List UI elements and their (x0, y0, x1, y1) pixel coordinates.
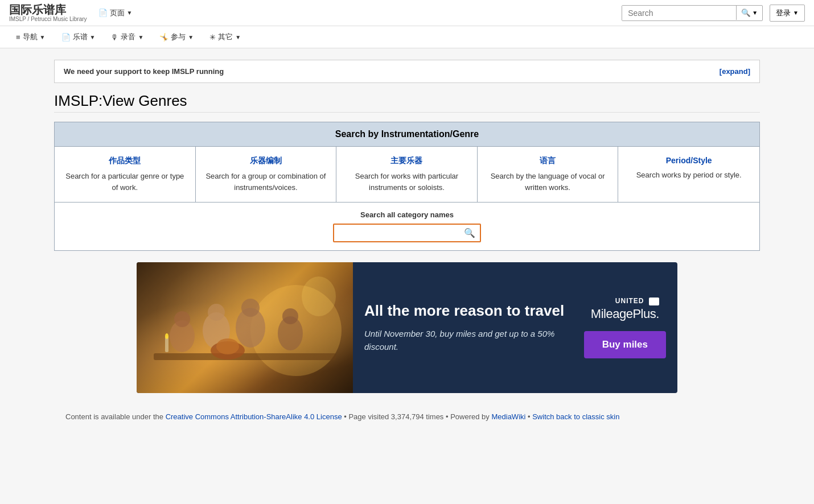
buy-miles-button[interactable]: Buy miles (584, 331, 666, 358)
category-search-input-wrap: 🔍 (333, 224, 481, 242)
nav-participate-label: 参与 (171, 32, 186, 42)
nav-item-participate[interactable]: 🤸 参与 ▼ (153, 26, 200, 48)
main-content: We need your support to keep IMSLP runni… (43, 60, 771, 435)
genre-col-title-1[interactable]: 乐器编制 (204, 156, 328, 166)
united-logo-icon (649, 298, 659, 305)
genre-table: Search by Instrumentation/Genre 作品类型 Sea… (54, 122, 760, 251)
svg-point-3 (174, 311, 190, 327)
svg-point-5 (208, 304, 225, 321)
site-header: 国际乐谱库 IMSLP / Petrucci Music Library 📄 页… (0, 0, 814, 26)
svg-point-9 (282, 308, 298, 324)
page-label: 页面 (110, 8, 125, 18)
category-search-section: Search all category names 🔍 (55, 203, 759, 250)
united-logo: UNITED MileagePlus. (591, 297, 659, 322)
support-banner: We need your support to keep IMSLP runni… (54, 60, 760, 83)
login-chevron-icon: ▼ (793, 10, 799, 16)
search-chevron-icon: ▼ (752, 10, 758, 16)
footer-visits-prefix: • Page visited (344, 412, 389, 421)
search-icon: 🔍 (464, 228, 475, 238)
nav-other-label: 其它 (218, 32, 233, 42)
svg-rect-1 (154, 353, 336, 360)
svg-point-7 (241, 299, 260, 317)
recordings-icon: 🎙 (111, 33, 118, 42)
footer-powered-prefix: • Powered by (446, 412, 490, 421)
main-navbar: ≡ 导航 ▼ 📄 乐谱 ▼ 🎙 录音 ▼ 🤸 参与 ▼ ✳ 其它 ▼ (0, 26, 814, 48)
logo: 国际乐谱库 IMSLP / Petrucci Music Library (9, 3, 87, 22)
ad-subtext: Until November 30, buy miles and get up … (364, 328, 567, 353)
logo-main-text: 国际乐谱库 (9, 3, 87, 16)
genre-col-title-2[interactable]: 主要乐器 (344, 156, 469, 166)
header-search-bar: 🔍 ▼ (622, 5, 763, 21)
ad-content: All the more reason to travel Until Nove… (353, 262, 677, 393)
nav-chevron-icon: ▼ (188, 34, 194, 40)
page-icon: 📄 (98, 9, 108, 17)
category-search-button[interactable]: 🔍 (459, 225, 480, 241)
nav-item-scores[interactable]: 📄 乐谱 ▼ (55, 26, 102, 48)
nav-item-recordings[interactable]: 🎙 录音 ▼ (104, 26, 150, 48)
expand-link[interactable]: [expand] (720, 67, 750, 76)
nav-item-other[interactable]: ✳ 其它 ▼ (203, 26, 248, 48)
chevron-down-icon: ▼ (127, 10, 133, 16)
nav-chevron-icon: ▼ (235, 34, 241, 40)
login-button[interactable]: 登录 ▼ (770, 5, 805, 22)
ad-text: All the more reason to travel Until Nove… (364, 302, 567, 353)
footer-prefix: Content is available under the (65, 412, 163, 421)
united-title: UNITED (591, 297, 659, 306)
logo-sub-text: IMSLP / Petrucci Music Library (9, 16, 87, 22)
nav-navigation-label: 导航 (23, 32, 38, 42)
ad-cta-area: UNITED MileagePlus. Buy miles (584, 297, 666, 358)
genre-col-desc-3: Search by the language of vocal or writt… (491, 172, 605, 192)
genre-table-header: Search by Instrumentation/Genre (55, 122, 759, 147)
svg-point-11 (216, 338, 239, 354)
ad-image (137, 262, 353, 393)
scores-icon: 📄 (61, 33, 71, 42)
search-icon: 🔍 (741, 9, 751, 17)
ad-banner: All the more reason to travel Until Nove… (137, 262, 677, 393)
svg-point-14 (302, 276, 336, 316)
page-button[interactable]: 📄 页面 ▼ (94, 6, 137, 20)
genre-col-3: 语言 Search by the language of vocal or wr… (478, 147, 619, 202)
genre-col-0: 作品类型 Search for a particular genre or ty… (55, 147, 196, 202)
mediawiki-link[interactable]: MediaWiki (491, 412, 525, 421)
nav-chevron-icon: ▼ (90, 34, 96, 40)
search-input[interactable] (622, 6, 736, 20)
participate-icon: 🤸 (159, 33, 168, 42)
genre-col-desc-4: Search works by period or style. (636, 171, 742, 179)
category-search-label: Search all category names (63, 210, 751, 219)
genre-col-title-4[interactable]: Period/Style (626, 156, 751, 165)
nav-recordings-label: 录音 (121, 32, 135, 42)
genre-col-desc-2: Search for works with particular instrum… (355, 172, 458, 192)
license-link[interactable]: Creative Commons Attribution-ShareAlike … (166, 412, 342, 421)
switch-skin-link[interactable]: Switch back to classic skin (532, 412, 619, 421)
nav-chevron-icon: ▼ (40, 34, 46, 40)
svg-point-13 (165, 333, 168, 339)
genre-columns: 作品类型 Search for a particular genre or ty… (55, 147, 759, 203)
nav-chevron-icon: ▼ (138, 34, 143, 40)
genre-col-title-3[interactable]: 语言 (486, 156, 610, 166)
other-icon: ✳ (209, 33, 216, 42)
genre-col-desc-1: Search for a group or combination of ins… (205, 172, 326, 192)
search-button[interactable]: 🔍 ▼ (736, 6, 762, 20)
category-search-input[interactable] (334, 226, 459, 241)
footer: Content is available under the Creative … (54, 404, 760, 435)
page-title: IMSLP:View Genres (54, 92, 760, 113)
nav-item-navigation[interactable]: ≡ 导航 ▼ (9, 26, 52, 48)
logo-area: 国际乐谱库 IMSLP / Petrucci Music Library (9, 3, 87, 22)
navigation-icon: ≡ (16, 33, 20, 42)
genre-col-4: Period/Style Search works by period or s… (618, 147, 759, 202)
genre-col-1: 乐器编制 Search for a group or combination o… (196, 147, 337, 202)
genre-col-desc-0: Search for a particular genre or type of… (65, 172, 184, 192)
support-text: We need your support to keep IMSLP runni… (64, 67, 224, 76)
nav-scores-label: 乐谱 (73, 32, 88, 42)
genre-col-title-0[interactable]: 作品类型 (63, 156, 187, 166)
genre-col-2: 主要乐器 Search for works with particular in… (336, 147, 478, 202)
ad-illustration (137, 262, 353, 393)
ad-headline: All the more reason to travel (364, 302, 567, 320)
footer-visits-count: 3,374,794 times (391, 412, 444, 421)
united-sub: MileagePlus. (591, 306, 659, 323)
login-label: 登录 (776, 8, 791, 18)
